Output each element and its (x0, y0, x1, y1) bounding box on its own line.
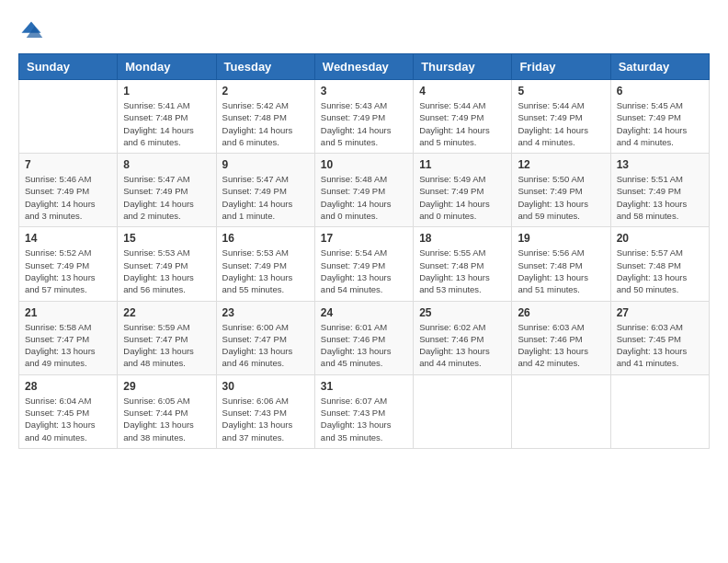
day-number: 22 (123, 306, 210, 319)
calendar-day-cell: 31Sunrise: 6:07 AMSunset: 7:43 PMDayligh… (314, 374, 413, 448)
day-info: Sunrise: 6:00 AMSunset: 7:47 PMDaylight:… (222, 321, 309, 370)
calendar-day-cell: 1Sunrise: 5:41 AMSunset: 7:48 PMDaylight… (118, 80, 216, 154)
day-number: 1 (123, 85, 210, 98)
weekday-header-sunday: Sunday (19, 54, 118, 80)
day-info: Sunrise: 5:41 AMSunset: 7:48 PMDaylight:… (123, 99, 210, 148)
calendar-week-row: 21Sunrise: 5:58 AMSunset: 7:47 PMDayligh… (19, 301, 710, 374)
calendar-day-cell: 18Sunrise: 5:55 AMSunset: 7:48 PMDayligh… (414, 227, 512, 301)
day-number: 28 (25, 380, 111, 393)
day-number: 30 (222, 380, 309, 393)
day-info: Sunrise: 5:51 AMSunset: 7:49 PMDaylight:… (617, 173, 703, 222)
day-number: 26 (518, 306, 604, 319)
day-number: 21 (25, 306, 111, 319)
day-number: 25 (419, 306, 506, 319)
day-info: Sunrise: 5:44 AMSunset: 7:49 PMDaylight:… (518, 99, 604, 148)
day-number: 8 (123, 158, 210, 171)
day-info: Sunrise: 5:52 AMSunset: 7:49 PMDaylight:… (25, 247, 111, 295)
calendar-week-row: 28Sunrise: 6:04 AMSunset: 7:45 PMDayligh… (19, 374, 710, 448)
day-info: Sunrise: 5:47 AMSunset: 7:49 PMDaylight:… (123, 173, 210, 222)
day-info: Sunrise: 6:04 AMSunset: 7:45 PMDaylight:… (25, 395, 111, 443)
calendar-day-cell: 11Sunrise: 5:49 AMSunset: 7:49 PMDayligh… (414, 154, 512, 227)
day-info: Sunrise: 5:59 AMSunset: 7:47 PMDaylight:… (123, 321, 210, 370)
weekday-header-tuesday: Tuesday (216, 54, 314, 80)
weekday-header-thursday: Thursday (414, 54, 512, 80)
calendar-day-cell: 14Sunrise: 5:52 AMSunset: 7:49 PMDayligh… (19, 227, 118, 301)
calendar-day-cell: 28Sunrise: 6:04 AMSunset: 7:45 PMDayligh… (19, 374, 118, 448)
calendar-day-cell: 23Sunrise: 6:00 AMSunset: 7:47 PMDayligh… (216, 301, 314, 374)
calendar-day-cell: 17Sunrise: 5:54 AMSunset: 7:49 PMDayligh… (314, 227, 413, 301)
day-number: 19 (518, 232, 604, 245)
calendar-day-cell: 19Sunrise: 5:56 AMSunset: 7:48 PMDayligh… (512, 227, 610, 301)
calendar-day-cell: 12Sunrise: 5:50 AMSunset: 7:49 PMDayligh… (512, 154, 610, 227)
day-number: 11 (419, 158, 506, 171)
day-info: Sunrise: 6:07 AMSunset: 7:43 PMDaylight:… (321, 395, 407, 443)
day-number: 31 (321, 380, 407, 393)
day-info: Sunrise: 5:46 AMSunset: 7:49 PMDaylight:… (25, 173, 111, 222)
day-number: 18 (419, 232, 506, 245)
day-info: Sunrise: 5:57 AMSunset: 7:48 PMDaylight:… (617, 247, 703, 295)
day-info: Sunrise: 6:01 AMSunset: 7:46 PMDaylight:… (321, 321, 407, 370)
day-info: Sunrise: 5:54 AMSunset: 7:49 PMDaylight:… (321, 247, 407, 295)
calendar-day-cell: 9Sunrise: 5:47 AMSunset: 7:49 PMDaylight… (216, 154, 314, 227)
calendar-day-cell: 7Sunrise: 5:46 AMSunset: 7:49 PMDaylight… (19, 154, 118, 227)
logo-icon (18, 18, 44, 44)
page-header (18, 18, 710, 44)
day-info: Sunrise: 5:47 AMSunset: 7:49 PMDaylight:… (222, 173, 309, 222)
calendar-day-cell: 13Sunrise: 5:51 AMSunset: 7:49 PMDayligh… (610, 154, 709, 227)
calendar-day-cell (19, 80, 118, 154)
calendar-day-cell: 2Sunrise: 5:42 AMSunset: 7:48 PMDaylight… (216, 80, 314, 154)
day-number: 14 (25, 232, 111, 245)
day-info: Sunrise: 5:49 AMSunset: 7:49 PMDaylight:… (419, 173, 506, 222)
day-info: Sunrise: 5:43 AMSunset: 7:49 PMDaylight:… (321, 99, 407, 148)
calendar-day-cell: 30Sunrise: 6:06 AMSunset: 7:43 PMDayligh… (216, 374, 314, 448)
day-number: 2 (222, 85, 309, 98)
weekday-header-wednesday: Wednesday (314, 54, 413, 80)
day-info: Sunrise: 5:53 AMSunset: 7:49 PMDaylight:… (123, 247, 210, 295)
day-number: 27 (617, 306, 703, 319)
day-info: Sunrise: 5:44 AMSunset: 7:49 PMDaylight:… (419, 99, 506, 148)
calendar-day-cell (512, 374, 610, 448)
day-info: Sunrise: 6:05 AMSunset: 7:44 PMDaylight:… (123, 395, 210, 443)
calendar-day-cell: 25Sunrise: 6:02 AMSunset: 7:46 PMDayligh… (414, 301, 512, 374)
day-info: Sunrise: 5:58 AMSunset: 7:47 PMDaylight:… (25, 321, 111, 370)
day-number: 24 (321, 306, 407, 319)
day-number: 12 (518, 158, 604, 171)
calendar-day-cell (610, 374, 709, 448)
day-info: Sunrise: 6:03 AMSunset: 7:46 PMDaylight:… (518, 321, 604, 370)
weekday-header-row: SundayMondayTuesdayWednesdayThursdayFrid… (19, 54, 710, 80)
day-number: 20 (617, 232, 703, 245)
day-number: 7 (25, 158, 111, 171)
day-info: Sunrise: 5:48 AMSunset: 7:49 PMDaylight:… (321, 173, 407, 222)
day-info: Sunrise: 5:55 AMSunset: 7:48 PMDaylight:… (419, 247, 506, 295)
calendar-day-cell: 16Sunrise: 5:53 AMSunset: 7:49 PMDayligh… (216, 227, 314, 301)
day-number: 16 (222, 232, 309, 245)
weekday-header-saturday: Saturday (610, 54, 709, 80)
calendar-day-cell: 8Sunrise: 5:47 AMSunset: 7:49 PMDaylight… (118, 154, 216, 227)
calendar-day-cell: 4Sunrise: 5:44 AMSunset: 7:49 PMDaylight… (414, 80, 512, 154)
day-number: 23 (222, 306, 309, 319)
day-info: Sunrise: 5:53 AMSunset: 7:49 PMDaylight:… (222, 247, 309, 295)
calendar-day-cell: 27Sunrise: 6:03 AMSunset: 7:45 PMDayligh… (610, 301, 709, 374)
day-info: Sunrise: 6:06 AMSunset: 7:43 PMDaylight:… (222, 395, 309, 443)
calendar-day-cell: 20Sunrise: 5:57 AMSunset: 7:48 PMDayligh… (610, 227, 709, 301)
calendar-day-cell: 22Sunrise: 5:59 AMSunset: 7:47 PMDayligh… (118, 301, 216, 374)
logo (18, 18, 48, 44)
calendar-week-row: 1Sunrise: 5:41 AMSunset: 7:48 PMDaylight… (19, 80, 710, 154)
day-info: Sunrise: 5:42 AMSunset: 7:48 PMDaylight:… (222, 99, 309, 148)
calendar-day-cell: 29Sunrise: 6:05 AMSunset: 7:44 PMDayligh… (118, 374, 216, 448)
day-number: 9 (222, 158, 309, 171)
calendar-week-row: 7Sunrise: 5:46 AMSunset: 7:49 PMDaylight… (19, 154, 710, 227)
calendar-day-cell: 26Sunrise: 6:03 AMSunset: 7:46 PMDayligh… (512, 301, 610, 374)
calendar-day-cell: 5Sunrise: 5:44 AMSunset: 7:49 PMDaylight… (512, 80, 610, 154)
day-info: Sunrise: 6:02 AMSunset: 7:46 PMDaylight:… (419, 321, 506, 370)
day-number: 13 (617, 158, 703, 171)
weekday-header-friday: Friday (512, 54, 610, 80)
calendar-day-cell: 15Sunrise: 5:53 AMSunset: 7:49 PMDayligh… (118, 227, 216, 301)
calendar-day-cell (414, 374, 512, 448)
day-info: Sunrise: 5:56 AMSunset: 7:48 PMDaylight:… (518, 247, 604, 295)
day-number: 10 (321, 158, 407, 171)
day-number: 6 (617, 85, 703, 98)
calendar-day-cell: 6Sunrise: 5:45 AMSunset: 7:49 PMDaylight… (610, 80, 709, 154)
calendar-day-cell: 10Sunrise: 5:48 AMSunset: 7:49 PMDayligh… (314, 154, 413, 227)
day-number: 3 (321, 85, 407, 98)
